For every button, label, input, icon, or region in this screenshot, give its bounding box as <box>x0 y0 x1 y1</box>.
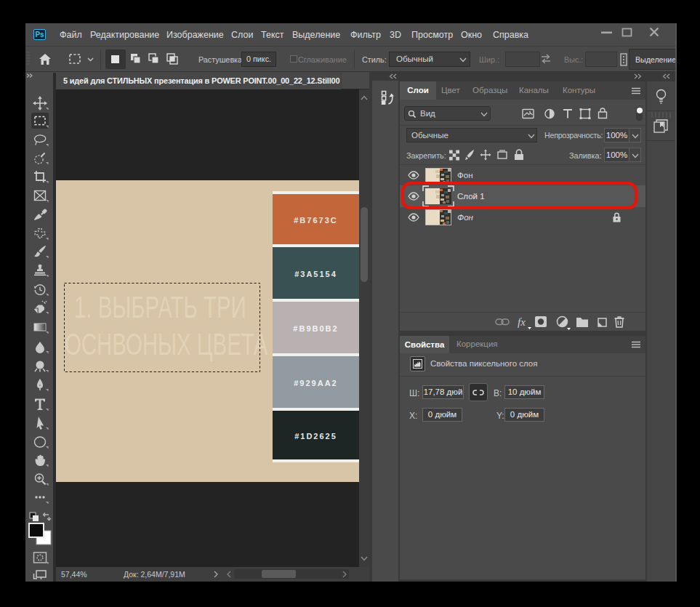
svg-text:fx: fx <box>518 316 526 328</box>
